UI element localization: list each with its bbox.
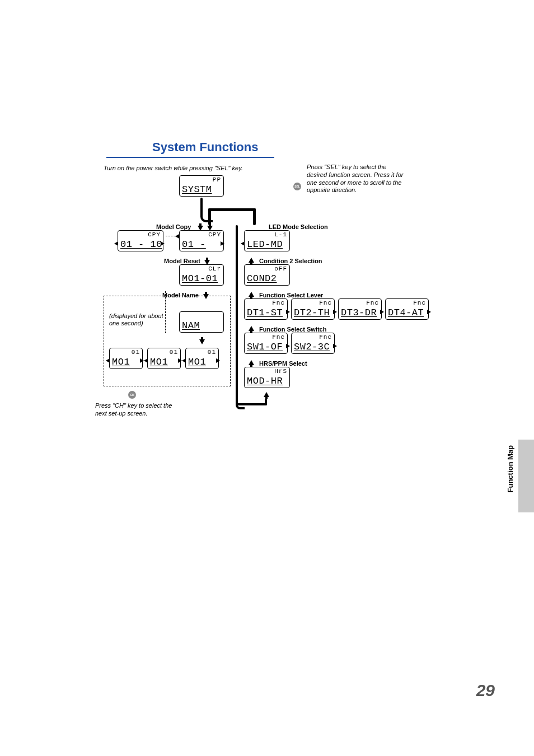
lcd-mo1c-top: 01 (208, 349, 216, 356)
label-fss: Function Select Switch (259, 326, 326, 333)
lcd-cpy-dest-main: 01 - 10 (120, 239, 162, 250)
lcd-hrs-top: HrS (274, 368, 287, 375)
page-title: System Functions (152, 140, 258, 155)
lcd-mo1c-main: MO1 (188, 357, 217, 367)
lcd-mo1a: 01 MO1 (109, 348, 143, 369)
lcd-cpy-dest-top: CPY (148, 231, 161, 238)
lcd-mo1c: 01 MO1 (185, 348, 219, 369)
tri-left-icon (175, 234, 179, 239)
lcd-dt3-top: Fnc (366, 300, 379, 306)
connector-corner (236, 400, 245, 409)
lcd-mo1a-main: MO1 (112, 357, 141, 367)
lcd-cpy-src-top: CPY (208, 231, 221, 238)
note-sel: Press "SEL" key to select the desired fu… (307, 164, 407, 194)
connector (236, 225, 238, 405)
tri-right-icon (380, 310, 384, 314)
label-model-copy: Model Copy (156, 223, 191, 230)
connector-corner (200, 210, 213, 222)
tri-right-icon (427, 310, 431, 314)
arrow-down-icon (199, 339, 205, 344)
arrow-up-icon (264, 392, 269, 397)
tri-left-icon (144, 358, 148, 363)
lcd-dt1-main: DT1-ST (247, 307, 286, 318)
tri-left-icon (182, 358, 186, 363)
side-tab-label: Function Map (505, 445, 514, 493)
lcd-mo1b: 01 MO1 (147, 348, 181, 369)
lcd-sw1: Fnc SW1-OF (244, 333, 288, 354)
lcd-dt4-top: Fnc (413, 300, 426, 306)
lcd-systm-main: SYSTM (182, 184, 222, 195)
lcd-dt2: Fnc DT2-TH (291, 298, 335, 320)
tri-right-icon (286, 344, 290, 348)
note-power-sel: Turn on the power switch while pressing … (104, 165, 243, 171)
arrow-up-icon (249, 360, 254, 365)
label-model-reset: Model Reset (164, 258, 200, 264)
lcd-mo1b-main: MO1 (150, 357, 179, 367)
tri-left-icon (241, 241, 245, 246)
lcd-cond2-top: oFF (274, 265, 287, 272)
label-hrs: HRS/PPM Select (259, 360, 307, 367)
lcd-systm: PP SYSTM (179, 175, 224, 197)
lcd-dt1-top: Fnc (272, 300, 285, 306)
lcd-reset-main: MO1-01 (182, 273, 222, 284)
label-led: LED Mode Selection (269, 223, 328, 230)
connector (200, 198, 203, 211)
lcd-sw2: Fnc SW2-3C (291, 333, 335, 354)
connector (208, 208, 256, 211)
lcd-cond2: oFF COND2 (244, 264, 290, 286)
lcd-dt4-main: DT4-AT (388, 307, 427, 318)
lcd-hrs-main: MOD-HR (247, 376, 288, 386)
lcd-dt3-main: DT3-DR (341, 307, 380, 318)
lcd-led: L-1 LED-MD (244, 230, 290, 251)
lcd-sw2-main: SW2-3C (294, 342, 333, 352)
lcd-dt4: Fnc DT4-AT (385, 298, 429, 320)
lcd-led-main: LED-MD (247, 239, 288, 250)
lcd-dt1: Fnc DT1-ST (244, 298, 288, 320)
lcd-mo1a-top: 01 (132, 349, 140, 356)
tri-right-icon (333, 344, 337, 348)
tri-right-icon (161, 241, 165, 246)
lcd-mo1b-top: 01 (170, 349, 178, 356)
lcd-cpy-src: CPY 01 - (179, 230, 224, 251)
dashed-connector (166, 236, 178, 236)
tri-right-icon (216, 358, 220, 363)
tri-right-icon (333, 310, 337, 314)
arrow-up-icon (249, 258, 254, 263)
lcd-reset-top: CLr (208, 265, 221, 272)
label-cond2: Condition 2 Selection (259, 258, 322, 264)
lcd-nam: NAM (179, 311, 224, 333)
lcd-cpy-src-main: 01 - (182, 239, 222, 250)
side-tab (518, 440, 534, 512)
title-underline (106, 157, 274, 158)
tri-right-icon (178, 358, 182, 363)
lcd-nam-main: NAM (182, 320, 222, 331)
lcd-systm-top: PP (213, 176, 221, 183)
tri-left-icon (106, 358, 110, 363)
lcd-sw1-main: SW1-OF (247, 342, 286, 352)
lcd-dt3: Fnc DT3-DR (338, 298, 382, 320)
note-displayed: (displayed for about one second) (109, 312, 172, 327)
lcd-sw1-top: Fnc (272, 334, 285, 340)
tri-right-icon (286, 310, 290, 314)
lcd-cpy-dest: CPY 01 - 10 (118, 230, 163, 251)
tri-right-icon (140, 358, 144, 363)
lcd-dt2-top: Fnc (319, 300, 332, 306)
lcd-led-top: L-1 (274, 231, 287, 238)
lcd-cond2-main: COND2 (247, 273, 288, 284)
page-number: 29 (476, 681, 495, 700)
arrow-up-icon (249, 292, 254, 297)
connector (253, 208, 256, 225)
tri-left-icon (114, 241, 118, 246)
note-ch: Press "CH" key to select the next set-up… (95, 402, 179, 418)
arrow-up-icon (249, 326, 254, 331)
lcd-hrs: HrS MOD-HR (244, 367, 290, 388)
lcd-sw2-top: Fnc (319, 334, 332, 340)
ch-key-icon: CH (128, 391, 136, 399)
sel-key-icon: SEL (293, 183, 301, 190)
lcd-reset: CLr MO1-01 (179, 264, 224, 286)
lcd-dt2-main: DT2-TH (294, 307, 333, 318)
label-fsl: Function Select Lever (259, 292, 323, 298)
tri-right-icon (221, 241, 224, 246)
